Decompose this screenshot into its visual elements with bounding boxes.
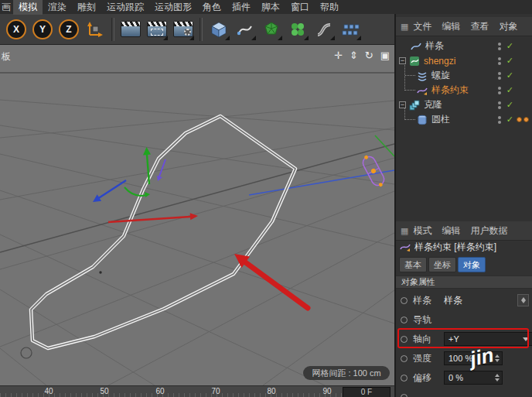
om-menu-item[interactable]: 对象 (499, 20, 517, 33)
coordinate-system-button[interactable] (82, 16, 108, 43)
spinner-icon[interactable] (495, 354, 500, 362)
tree-row-spline-wrap[interactable]: 样条约束 ✓ (396, 83, 532, 98)
axis-dropdown-value: +Y (448, 334, 459, 344)
render-settings-button[interactable] (170, 16, 196, 43)
visibility-dots[interactable] (498, 101, 501, 109)
enabled-check-icon[interactable]: ✓ (506, 70, 513, 80)
keyframe-circle[interactable] (401, 375, 408, 382)
menubar-item[interactable]: 窗口 (285, 0, 315, 15)
timeline-ruler[interactable]: 40 50 60 70 80 90 0 F (0, 385, 394, 397)
menubar-item-partial[interactable]: 画 (0, 0, 13, 15)
attr-row-rail: 导轨 (396, 310, 532, 329)
render-region-button[interactable] (144, 16, 170, 43)
tab-basic[interactable]: 基本 (399, 257, 427, 272)
menubar-item[interactable]: 运动图形 (149, 0, 197, 15)
grid-spacing-badge: 网格间距 : 100 cm (303, 366, 390, 380)
am-menu-item[interactable]: 模式 (413, 224, 431, 238)
am-menu-item[interactable]: 用户数据 (470, 224, 507, 238)
mograph-cloner-button[interactable] (285, 16, 311, 43)
visibility-dots[interactable] (498, 43, 501, 50)
expand-toggle-icon[interactable]: − (399, 101, 406, 108)
enabled-check-icon[interactable]: ✓ (506, 85, 513, 95)
offset-field[interactable]: 0 % (444, 371, 503, 385)
menubar-item[interactable]: 模拟 (13, 0, 43, 15)
visibility-dots[interactable] (498, 87, 501, 94)
attr-row-strength: 强度 100 % (396, 349, 532, 368)
cube-primitive-button[interactable] (206, 16, 232, 43)
array-grid-button[interactable] (337, 16, 363, 43)
sweep-generator-icon (409, 55, 421, 67)
panel-grid-icon[interactable]: ▦ (401, 22, 408, 32)
viewport-canvas[interactable] (0, 45, 394, 385)
section-object-properties[interactable]: 对象属性 (396, 276, 532, 289)
tab-object[interactable]: 对象 (458, 257, 486, 272)
maximize-view-icon[interactable]: ▣ (380, 50, 390, 61)
keyframe-circle[interactable] (401, 394, 408, 397)
visibility-dots[interactable] (498, 57, 501, 65)
keyframe-circle[interactable] (401, 297, 408, 304)
menubar-item[interactable]: 脚本 (256, 0, 285, 15)
rotate-view-icon[interactable]: ↻ (365, 50, 373, 61)
helix-spline-icon (417, 70, 428, 81)
pan-view-icon[interactable]: ✛ (334, 50, 343, 61)
tree-row-helix[interactable]: 螺旋 ✓ (396, 68, 532, 83)
menubar-item[interactable]: 插件 (227, 0, 256, 15)
menubar-item[interactable]: 角色 (197, 0, 227, 15)
sweep-nurbs-button[interactable] (311, 16, 337, 43)
spline-link-value[interactable]: 样条 (444, 294, 462, 307)
link-popup-button[interactable] (517, 294, 529, 306)
tree-row-cloner[interactable]: − 克隆 ✓ (396, 98, 532, 112)
menubar-item[interactable]: 雕刻 (72, 0, 101, 15)
tab-coordinates[interactable]: 坐标 (428, 257, 456, 272)
platonic-primitive-button[interactable] (258, 16, 285, 43)
spline-wrap-deformer-icon (417, 84, 428, 96)
render-view-button[interactable] (118, 16, 144, 43)
attr-row-partial (396, 388, 532, 397)
viewport-nav: ✛ ⇕ ↻ ▣ (334, 50, 390, 61)
zoom-view-icon[interactable]: ⇕ (350, 50, 358, 61)
visibility-dots[interactable] (498, 72, 501, 80)
tree-row-shengzi[interactable]: − shengzi ✓ (396, 53, 532, 68)
menubar-item[interactable]: 运动跟踪 (101, 0, 149, 15)
enabled-check-icon[interactable]: ✓ (506, 115, 513, 125)
ruler-number: 70 (211, 387, 220, 395)
keyframe-circle[interactable] (401, 355, 408, 362)
enabled-check-icon[interactable]: ✓ (506, 56, 513, 66)
spline-pen-button[interactable] (232, 16, 258, 43)
viewport-3d[interactable]: 板 ✛ ⇕ ↻ ▣ 网格间距 : 100 cm (0, 45, 394, 385)
z-axis-lock-button[interactable]: Z (56, 16, 82, 43)
strength-field[interactable]: 100 % (444, 351, 503, 365)
z-axis-icon: Z (59, 19, 79, 39)
green-axis-line (375, 135, 394, 156)
axis-dropdown[interactable]: +Y (444, 332, 532, 346)
y-axis-lock-button[interactable]: Y (29, 16, 56, 43)
tree-row-spline[interactable]: 样条 ✓ (396, 39, 532, 53)
am-menu-item[interactable]: 编辑 (442, 224, 460, 238)
keyframe-circle[interactable] (401, 317, 408, 323)
om-menu-item[interactable]: 文件 (413, 20, 431, 33)
dropdown-corner-icon (356, 36, 361, 40)
menubar-item[interactable]: 帮助 (315, 0, 344, 15)
panel-grid-icon[interactable]: ▦ (401, 226, 408, 236)
annotation-arrow (234, 254, 308, 308)
tree-item-label: 螺旋 (431, 69, 450, 82)
enabled-check-icon[interactable]: ✓ (506, 100, 513, 110)
current-frame-field[interactable]: 0 F (343, 387, 390, 397)
spinner-icon[interactable] (495, 374, 500, 382)
keyframe-circle[interactable] (401, 336, 408, 343)
visibility-dots[interactable] (498, 116, 501, 124)
dropdown-corner-icon (189, 36, 194, 40)
om-menu-item[interactable]: 编辑 (442, 20, 460, 33)
material-tag-dots[interactable] (517, 117, 529, 122)
tree-row-cylinder[interactable]: 圆柱 ✓ (396, 112, 532, 127)
cloner-object-icon (409, 99, 421, 111)
menubar-item[interactable]: 渲染 (43, 0, 72, 15)
x-axis-lock-button[interactable]: X (3, 16, 29, 43)
enabled-check-icon[interactable]: ✓ (506, 41, 513, 51)
expand-toggle-icon[interactable]: − (399, 57, 406, 64)
capsule-clone-object[interactable] (360, 152, 387, 189)
dropdown-corner-icon (304, 36, 309, 40)
rope-spline-object[interactable] (31, 116, 295, 348)
grid-lines (0, 100, 394, 385)
om-menu-item[interactable]: 查看 (470, 20, 489, 33)
